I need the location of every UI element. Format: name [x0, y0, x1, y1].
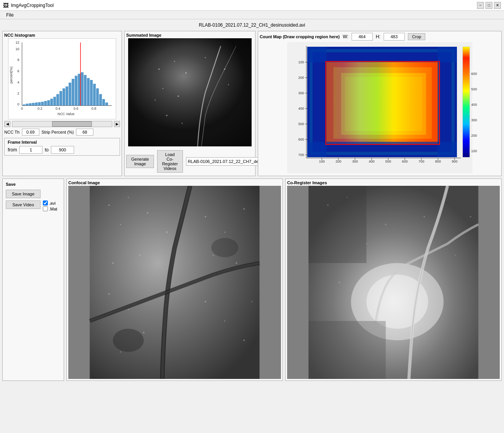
histogram-svg: 0 2 4 6 8 10 12 0 0.2 0.4 0.6 0.8 percen… — [8, 39, 116, 119]
svg-point-123 — [224, 232, 225, 233]
svg-text:NCC Value: NCC Value — [58, 112, 74, 116]
svg-point-143 — [347, 197, 348, 198]
svg-rect-72 — [438, 47, 457, 157]
ncc-th-input[interactable] — [22, 129, 39, 136]
svg-rect-35 — [81, 72, 84, 105]
generate-image-button[interactable]: Generate Image — [126, 155, 154, 168]
svg-point-122 — [205, 216, 206, 217]
filename-bar: RLAB-0106_2021.07.12_22_CH1_desinusoided… — [2, 22, 502, 29]
summated-image-title: Summated Image — [126, 33, 254, 37]
load-coregister-button[interactable]: Load Co-Register Videos — [157, 150, 183, 173]
svg-point-135 — [113, 329, 144, 352]
save-panel: Save Save Image Save Video .avi .Mat — [2, 178, 64, 381]
svg-text:0.6: 0.6 — [73, 107, 78, 110]
svg-point-117 — [147, 212, 149, 214]
strip-percent-input[interactable] — [76, 129, 93, 136]
svg-point-129 — [143, 332, 145, 333]
save-panel-title: Save — [6, 182, 61, 187]
avi-checkbox[interactable] — [43, 200, 48, 205]
coregister-image-area — [287, 186, 500, 379]
svg-rect-69 — [307, 47, 457, 62]
svg-point-128 — [128, 309, 129, 310]
frame-from-input[interactable] — [19, 146, 42, 154]
format-checkboxes: .avi .Mat — [43, 200, 57, 211]
summated-image-area — [128, 38, 252, 146]
svg-point-125 — [213, 255, 214, 256]
scroll-left-arrow[interactable]: ◀ — [4, 121, 10, 127]
svg-rect-68 — [326, 61, 440, 144]
frame-to-input[interactable] — [51, 146, 74, 154]
svg-rect-27 — [56, 94, 59, 106]
save-video-button[interactable]: Save Video — [6, 200, 41, 209]
window-controls: − □ ✕ — [477, 2, 501, 9]
svg-rect-43 — [105, 102, 108, 105]
close-button[interactable]: ✕ — [494, 2, 501, 9]
w-label: W: — [343, 34, 348, 39]
frame-interval-title: Frame Interval — [8, 140, 117, 144]
mat-checkbox[interactable] — [43, 206, 48, 211]
count-map-panel: Count Map (Draw cropping region here) W:… — [258, 31, 502, 176]
ncc-histogram-title: NCC histogram — [4, 33, 120, 37]
mat-label[interactable]: .Mat — [43, 206, 57, 211]
svg-point-147 — [424, 216, 425, 217]
svg-rect-36 — [84, 75, 86, 105]
confocal-image-svg — [68, 186, 281, 379]
width-input[interactable] — [352, 33, 373, 41]
svg-point-126 — [236, 262, 237, 264]
svg-text:percent(%): percent(%) — [9, 66, 13, 83]
frame-row: from to — [8, 146, 117, 154]
frame-interval-panel: Frame Interval from to — [4, 138, 120, 156]
svg-rect-114 — [90, 186, 260, 379]
minimize-button[interactable]: − — [477, 2, 484, 9]
crop-button[interactable]: Crop — [408, 33, 426, 40]
title-bar: 🖼 ImgAvgCroppingTool − □ ✕ — [0, 0, 504, 11]
coregister-images-title: Co-Register Images — [287, 180, 500, 185]
svg-text:500: 500 — [385, 160, 391, 163]
count-map-area: 100 200 300 400 500 600 700 100 — [260, 42, 500, 173]
svg-text:10: 10 — [15, 47, 19, 51]
ncc-histogram-panel: NCC histogram 0 2 4 6 8 10 12 0 — [2, 31, 122, 176]
height-input[interactable] — [384, 33, 405, 41]
strip-percent-label: Strip Percent (%) — [42, 130, 74, 134]
ncc-scrollbar[interactable]: ◀ ▶ — [4, 121, 120, 127]
svg-rect-42 — [102, 99, 105, 105]
scroll-track[interactable] — [12, 121, 112, 127]
svg-text:0.8: 0.8 — [91, 107, 96, 110]
svg-rect-141 — [309, 321, 386, 379]
svg-point-149 — [470, 216, 472, 217]
svg-point-131 — [205, 301, 206, 302]
svg-rect-18 — [29, 103, 32, 105]
svg-text:400: 400 — [471, 103, 477, 107]
maximize-button[interactable]: □ — [485, 2, 492, 9]
svg-point-146 — [339, 282, 340, 283]
svg-rect-28 — [59, 91, 62, 106]
file-menu[interactable]: File — [3, 12, 17, 19]
histogram-container: 0 2 4 6 8 10 12 0 0.2 0.4 0.6 0.8 percen… — [8, 38, 116, 119]
svg-rect-22 — [41, 102, 44, 105]
svg-text:500: 500 — [298, 122, 304, 126]
scroll-right-arrow[interactable]: ▶ — [114, 121, 120, 127]
svg-point-142 — [327, 204, 329, 206]
svg-rect-24 — [47, 100, 50, 105]
svg-text:300: 300 — [352, 160, 358, 163]
svg-text:700: 700 — [418, 160, 424, 163]
svg-text:200: 200 — [335, 160, 341, 163]
confocal-image-title: Confocal Image — [68, 180, 281, 185]
svg-point-124 — [244, 208, 245, 210]
svg-point-118 — [120, 224, 121, 225]
svg-rect-39 — [93, 84, 96, 105]
svg-point-133 — [244, 340, 245, 341]
confocal-image-panel: Confocal Image — [66, 178, 283, 381]
avi-label[interactable]: .avi — [43, 200, 57, 205]
svg-rect-41 — [99, 94, 102, 106]
save-image-button[interactable]: Save Image — [6, 190, 41, 198]
svg-text:900: 900 — [452, 160, 457, 163]
confocal-image-area — [68, 186, 281, 379]
app-title: ImgAvgCroppingTool — [11, 3, 54, 8]
svg-rect-37 — [87, 78, 90, 105]
svg-text:8: 8 — [17, 58, 19, 62]
svg-text:100: 100 — [319, 160, 325, 163]
scroll-thumb[interactable] — [52, 121, 92, 127]
svg-text:12: 12 — [15, 41, 19, 44]
menu-bar: File — [0, 11, 504, 19]
